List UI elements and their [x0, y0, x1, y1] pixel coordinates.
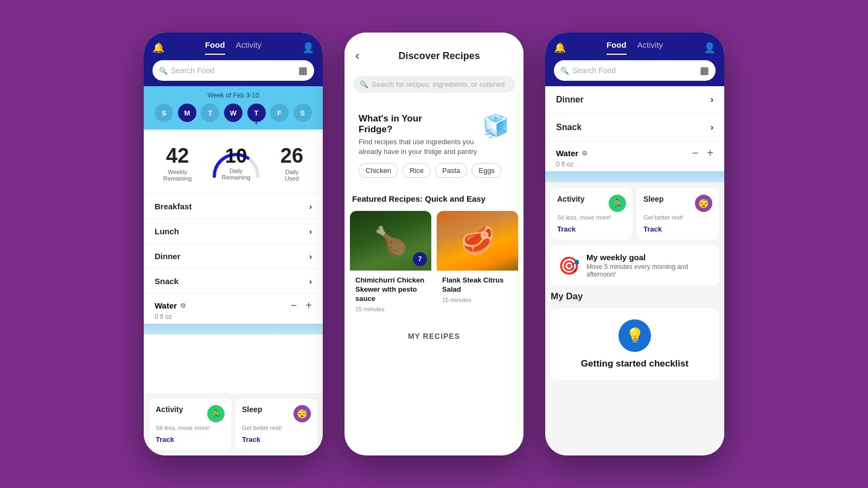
- user-icon[interactable]: 👤: [302, 42, 314, 54]
- my-recipes-button[interactable]: MY RECIPES: [350, 323, 518, 349]
- meal-row-snack[interactable]: Snack ›: [144, 268, 323, 293]
- recipe-card-steak[interactable]: 🥩 Flank Steak Citrus Salad 15 minutes: [437, 211, 518, 318]
- meal-row-lunch[interactable]: Lunch ›: [144, 219, 323, 243]
- chevron-dinner-3: ›: [711, 95, 713, 105]
- water-wave-3: [545, 171, 724, 182]
- water-settings-icon-3[interactable]: ⚙: [582, 150, 588, 157]
- meal-label-snack: Snack: [155, 277, 178, 286]
- activity-desc-3: Sit less, move more!: [557, 214, 626, 221]
- day-circles: S M T W T F S: [152, 104, 314, 122]
- day-T2[interactable]: T: [247, 104, 266, 122]
- recipe-card-chicken[interactable]: 🍗 7 Chimichurri Chicken Skewer with pest…: [350, 211, 431, 318]
- featured-label: Featured Recipes: Quick and Easy: [350, 192, 518, 206]
- weekly-remaining-stat: 42 WeeklyRemaining: [163, 144, 192, 182]
- bell-icon-3[interactable]: 🔔: [554, 42, 566, 54]
- fridge-header: What's in Your Fridge? Find recipes that…: [359, 113, 509, 157]
- phone-3-header: 🔔 Food Activity 👤 🔍 Search Food ▦: [545, 33, 724, 86]
- water-controls-1: − +: [291, 299, 312, 312]
- user-icon-3[interactable]: 👤: [704, 42, 716, 54]
- sleep-track-link-1[interactable]: Track: [242, 435, 311, 444]
- stats-area: 42 WeeklyRemaining 10 DailyRemaining 26 …: [144, 130, 323, 194]
- search-icon-1: 🔍: [159, 67, 168, 75]
- activity-card-header-3: Activity 🏃: [557, 195, 626, 212]
- meal-label-dinner: Dinner: [155, 252, 181, 261]
- sleep-card-header-3: Sleep 😴: [643, 195, 712, 212]
- phone-1-body: Week of Feb 3-10 S M T W T F S 42 Weekly…: [144, 86, 323, 455]
- weekly-goal-card: 🎯 My weekly goal Move 5 minutes every mo…: [551, 245, 719, 286]
- sleep-card-1: Sleep 😴 Get better rest! Track: [235, 399, 317, 450]
- phone-2: ‹ Discover Recipes 🔍 Search for recipes,…: [344, 33, 524, 455]
- water-section-top-3: Water ⚙ − +: [556, 147, 713, 159]
- activity-title-3: Activity: [557, 195, 585, 203]
- water-minus-btn-3[interactable]: −: [692, 147, 699, 159]
- nav-tab-food-3[interactable]: Food: [607, 40, 627, 55]
- recipe-time-steak: 15 minutes: [442, 297, 513, 303]
- day-W[interactable]: W: [224, 104, 242, 122]
- goal-icon: 🎯: [558, 255, 580, 276]
- nav-tab-food[interactable]: Food: [205, 40, 225, 55]
- back-button[interactable]: ‹: [355, 49, 359, 63]
- discover-header: ‹ Discover Recipes: [344, 40, 524, 72]
- day-S1[interactable]: S: [155, 104, 173, 122]
- food-row-snack-3[interactable]: Snack ›: [545, 114, 724, 142]
- water-label-3: Water ⚙: [556, 149, 588, 158]
- water-text-1: Water: [155, 301, 177, 310]
- recipe-search: 🔍 Search for recipes, ingredients, or cu…: [344, 72, 524, 99]
- chevron-snack-3: ›: [711, 123, 713, 132]
- meal-row-breakfast[interactable]: Breakfast ›: [144, 194, 323, 219]
- phone-3: 🔔 Food Activity 👤 🔍 Search Food ▦ Dinner…: [545, 33, 724, 455]
- day-M[interactable]: M: [178, 104, 196, 122]
- sleep-track-link-3[interactable]: Track: [643, 225, 712, 233]
- day-F[interactable]: F: [270, 104, 289, 122]
- nav-tab-activity-3[interactable]: Activity: [637, 40, 663, 55]
- featured-section: Featured Recipes: Quick and Easy: [350, 192, 518, 206]
- recipe-search-bar[interactable]: 🔍 Search for recipes, ingredients, or cu…: [353, 76, 515, 93]
- barcode-icon-1[interactable]: ▦: [298, 65, 308, 76]
- water-plus-btn-3[interactable]: +: [707, 147, 713, 159]
- activity-desc-1: Sit less, move more!: [156, 425, 225, 431]
- search-bar-3[interactable]: 🔍 Search Food ▦: [554, 60, 716, 81]
- activity-track-link-1[interactable]: Track: [156, 435, 225, 444]
- goal-text: My weekly goal Move 5 minutes every morn…: [586, 253, 711, 278]
- search-bar-1[interactable]: 🔍 Search Food ▦: [152, 60, 314, 81]
- checklist-card: 💡 Getting started checklist: [551, 309, 719, 380]
- phone-2-header: ‹ Discover Recipes 🔍 Search for recipes,…: [344, 33, 524, 99]
- sleep-desc-1: Get better rest!: [242, 425, 311, 431]
- daily-ring: 10 DailyRemaining: [209, 138, 263, 187]
- meal-row-dinner[interactable]: Dinner ›: [144, 243, 323, 268]
- day-T1[interactable]: T: [201, 104, 219, 122]
- water-minus-btn-1[interactable]: −: [291, 299, 297, 312]
- water-top-1: Water ⚙ − +: [155, 299, 312, 312]
- phone-3-body: Dinner › Snack › Water ⚙ − +: [545, 86, 724, 455]
- food-label-snack-3: Snack: [556, 123, 582, 132]
- bell-icon[interactable]: 🔔: [152, 42, 164, 54]
- phone-1-nav: Food Activity: [205, 40, 261, 55]
- food-row-dinner-3[interactable]: Dinner ›: [545, 86, 724, 114]
- sleep-title-1: Sleep: [242, 405, 262, 414]
- phone-1: 🔔 Food Activity 👤 🔍 Search Food ▦ Week o…: [144, 33, 323, 455]
- chip-pasta[interactable]: Pasta: [435, 163, 467, 178]
- phone-2-scroll: What's in Your Fridge? Find recipes that…: [344, 99, 524, 455]
- recipe-name-steak: Flank Steak Citrus Salad: [442, 276, 513, 294]
- search-placeholder-3: Search Food: [572, 66, 616, 75]
- chevron-snack: ›: [309, 277, 312, 286]
- day-S2[interactable]: S: [293, 104, 312, 122]
- activity-card-3: Activity 🏃 Sit less, move more! Track: [551, 188, 633, 240]
- chip-eggs[interactable]: Eggs: [471, 163, 502, 178]
- activity-icon-1: 🏃: [207, 405, 225, 422]
- barcode-icon-3[interactable]: ▦: [700, 65, 709, 76]
- water-plus-btn-1[interactable]: +: [305, 299, 312, 312]
- activity-track-link-3[interactable]: Track: [557, 225, 626, 233]
- recipe-time-chicken: 15 minutes: [355, 306, 426, 312]
- chip-chicken[interactable]: Chicken: [359, 163, 398, 178]
- sleep-desc-3: Get better rest!: [643, 214, 712, 221]
- fridge-card: What's in Your Fridge? Find recipes that…: [350, 105, 518, 187]
- nav-tab-activity[interactable]: Activity: [236, 40, 262, 55]
- recipe-grid: 🍗 7 Chimichurri Chicken Skewer with pest…: [350, 211, 518, 318]
- chip-rice[interactable]: Rice: [403, 163, 431, 178]
- sleep-title-3: Sleep: [643, 195, 663, 203]
- recipe-search-placeholder: Search for recipes, ingredients, or cuis…: [372, 80, 505, 88]
- meals-list-1: Breakfast › Lunch › Dinner › Snack › Wat…: [144, 194, 323, 393]
- water-settings-icon-1[interactable]: ⚙: [180, 302, 186, 310]
- week-label: Week of Feb 3-10: [152, 92, 314, 99]
